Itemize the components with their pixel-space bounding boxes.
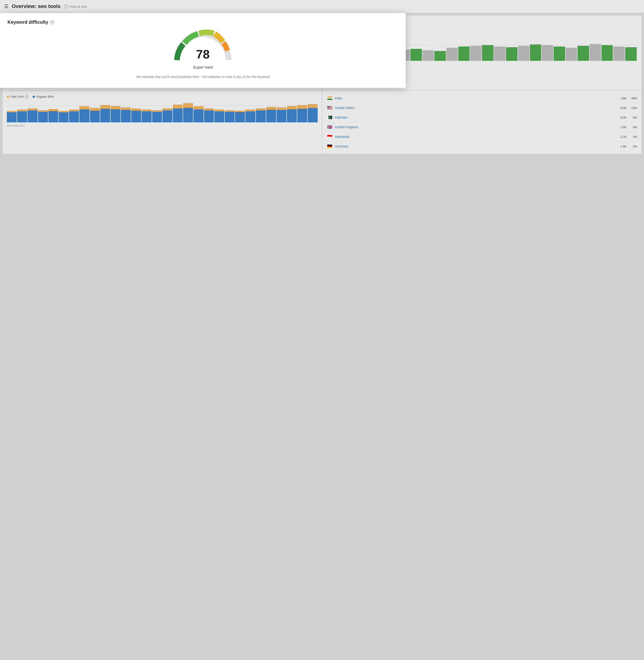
country-row-3: 🇬🇧United Kingdom2.8K4%	[327, 122, 638, 132]
gauge-difficulty-label: Super hard	[193, 65, 213, 70]
po-bar-16	[173, 101, 183, 122]
country-row-1: 🇺🇸United States9.0K13%	[327, 103, 638, 113]
country-name-1[interactable]: United States	[335, 106, 614, 110]
po-bar-21	[225, 101, 234, 122]
country-volume-2: 4.0K	[616, 116, 627, 119]
gauge-svg-wrap: 78	[172, 29, 233, 64]
how-to-use-link[interactable]: ? How to use	[64, 4, 87, 8]
po-bar-14	[152, 101, 162, 122]
country-volume-0: 26K	[616, 96, 627, 100]
gauge-container: 78 Super hard	[7, 29, 398, 70]
how-to-use-label: How to use	[69, 4, 87, 8]
po-bar-22	[235, 101, 245, 122]
paid-label: Paid 14%	[10, 95, 24, 98]
country-flag-2: 🇵🇰	[327, 115, 333, 120]
po-bar-29	[307, 101, 317, 122]
po-bar-1	[17, 101, 27, 122]
countries-card: 🇮🇳India26K39%🇺🇸United States9.0K13%🇵🇰Pak…	[322, 90, 642, 154]
country-pct-2: 6%	[629, 116, 637, 119]
hamburger-icon[interactable]: ☰	[4, 3, 8, 9]
country-volume-3: 2.8K	[616, 126, 627, 129]
po-bar-23	[245, 101, 255, 122]
organic-dot	[32, 96, 35, 98]
gauge-score: 78	[172, 48, 233, 60]
po-bar-17	[183, 101, 193, 122]
po-bar-6	[69, 101, 79, 122]
paid-organic-chart	[7, 101, 318, 122]
modal-description: We estimate that you'll need backlinks f…	[7, 74, 398, 79]
organic-label: Organic 86%	[37, 95, 54, 98]
country-name-0[interactable]: India	[335, 96, 614, 100]
po-bar-12	[131, 101, 141, 122]
po-bar-9	[100, 101, 110, 122]
country-flag-0: 🇮🇳	[327, 96, 333, 101]
country-pct-0: 39%	[629, 96, 637, 100]
modal-title: Keyword difficulty ?	[7, 20, 398, 25]
help-circle-icon: ?	[64, 4, 68, 8]
po-bar-25	[266, 101, 276, 122]
po-bar-26	[277, 101, 286, 122]
country-row-2: 🇵🇰Pakistan4.0K6%	[327, 113, 638, 122]
country-row-4: 🇮🇩Indonesia2.2K3%	[327, 132, 638, 142]
keyword-difficulty-modal: Keyword difficulty ?	[0, 13, 406, 88]
country-flag-4: 🇮🇩	[327, 134, 333, 139]
country-name-4[interactable]: Indonesia	[335, 135, 614, 139]
country-row-0: 🇮🇳India26K39%	[327, 93, 638, 103]
country-volume-1: 9.0K	[616, 106, 627, 110]
po-bar-0	[7, 101, 17, 122]
po-bar-11	[121, 101, 131, 122]
po-bar-3	[38, 101, 48, 122]
organic-legend: Organic 86%	[32, 95, 54, 98]
po-bar-7	[79, 101, 89, 122]
paid-legend: Paid 14% ?	[7, 95, 28, 98]
paid-dot	[7, 96, 9, 98]
country-pct-3: 4%	[629, 126, 637, 129]
country-name-5[interactable]: Germany	[335, 144, 614, 148]
paid-help-icon[interactable]: ?	[25, 95, 28, 98]
main-content: lume ? ed 40% RR 1.19 ? CPS 0.91 ? 60%	[0, 13, 644, 156]
country-flag-5: 🇩🇪	[327, 144, 333, 149]
country-pct-5: 2%	[629, 145, 637, 148]
country-name-3[interactable]: United Kingdom	[335, 125, 614, 129]
po-bar-20	[214, 101, 224, 122]
page-title: Overview: seo tools	[12, 3, 61, 9]
po-bar-27	[287, 101, 297, 122]
po-bar-4	[48, 101, 58, 122]
paid-organic-card: Paid 14% ? Organic 86% Since Mar 2017	[2, 90, 322, 154]
country-volume-5: 1.8K	[616, 145, 627, 148]
country-name-2[interactable]: Pakistan	[335, 116, 614, 119]
header: ☰ Overview: seo tools ? How to use	[0, 0, 644, 13]
po-bar-10	[111, 101, 120, 122]
po-bar-5	[59, 101, 69, 122]
legend-row: Paid 14% ? Organic 86%	[7, 95, 318, 98]
po-bar-18	[193, 101, 203, 122]
po-bar-15	[162, 101, 172, 122]
since-label: Since Mar 2017	[7, 124, 318, 127]
country-flag-1: 🇺🇸	[327, 105, 333, 110]
country-pct-1: 13%	[629, 106, 637, 110]
country-volume-4: 2.2K	[616, 135, 627, 139]
modal-help-icon[interactable]: ?	[50, 20, 54, 24]
po-bar-8	[90, 101, 100, 122]
po-bar-24	[256, 101, 266, 122]
country-row-5: 🇩🇪Germany1.8K2%	[327, 142, 638, 151]
country-pct-4: 3%	[629, 135, 637, 139]
po-bar-2	[27, 101, 37, 122]
po-bar-19	[204, 101, 214, 122]
po-bar-13	[142, 101, 152, 122]
po-bar-28	[297, 101, 307, 122]
country-flag-3: 🇬🇧	[327, 124, 333, 130]
